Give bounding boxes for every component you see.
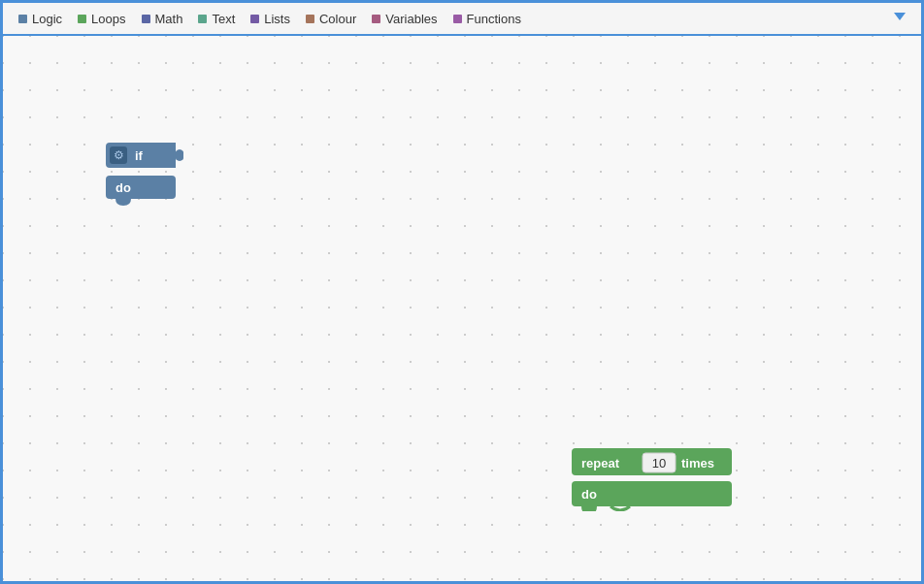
svg-text:if: if [135,148,144,163]
toolbar-item-logic[interactable]: Logic [11,3,70,34]
arrow-down-button[interactable] [890,7,909,30]
toolbar-item-loops[interactable]: Loops [70,3,133,34]
toolbar-item-variables[interactable]: Variables [364,3,445,34]
svg-text:10: 10 [652,456,666,470]
svg-point-1 [175,149,183,161]
canvas-area[interactable]: ⚙ if do repeat 10 times do [3,36,921,581]
toolbar-item-math[interactable]: Math [134,3,191,34]
text-color-dot [198,15,207,23]
lists-color-dot [250,15,259,23]
toolbar-label-math: Math [155,12,183,26]
loops-color-dot [78,15,86,23]
svg-text:repeat: repeat [581,456,620,470]
variables-color-dot [372,15,380,23]
toolbar-label-lists: Lists [264,12,290,26]
repeat-block[interactable]: repeat 10 times do [572,448,732,511]
toolbar-label-logic: Logic [32,12,62,26]
toolbar: Logic Loops Math Text Lists Colour Varia… [3,3,921,36]
if-block[interactable]: ⚙ if do [106,143,183,206]
svg-text:do: do [581,487,597,502]
toolbar-item-colour[interactable]: Colour [298,3,364,34]
toolbar-label-colour: Colour [319,12,356,26]
logic-color-dot [18,15,27,23]
toolbar-label-loops: Loops [91,12,125,26]
toolbar-item-text[interactable]: Text [190,3,243,34]
main-container: Logic Loops Math Text Lists Colour Varia… [0,0,924,584]
math-color-dot [142,15,150,23]
toolbar-label-functions: Functions [467,12,521,26]
toolbar-item-functions[interactable]: Functions [446,3,529,34]
functions-color-dot [453,15,462,23]
toolbar-item-lists[interactable]: Lists [243,3,298,34]
svg-text:⚙: ⚙ [114,148,124,162]
toolbar-label-text: Text [212,12,235,26]
toolbar-label-variables: Variables [385,12,437,26]
svg-text:times: times [681,456,714,470]
arrow-down-icon [894,13,906,20]
svg-text:do: do [116,180,131,195]
colour-color-dot [306,15,314,23]
